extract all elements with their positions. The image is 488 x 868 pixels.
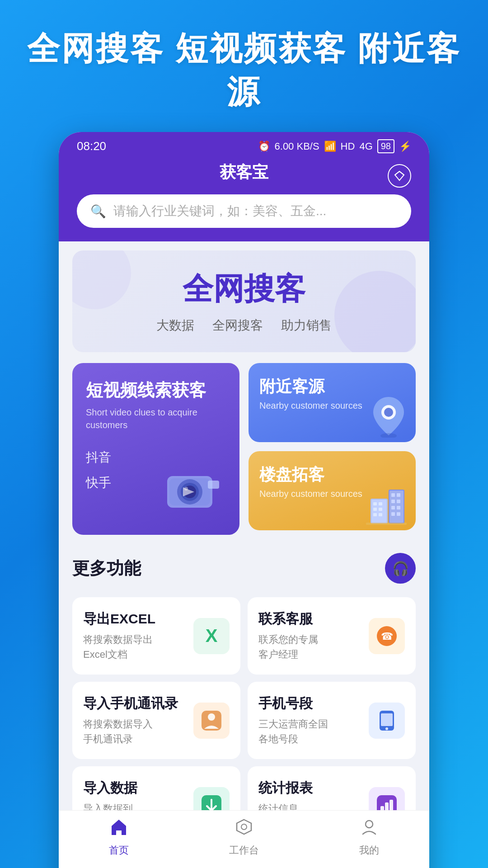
status-bar: 08:20 ⏰ 6.00 KB/S 📶 HD 4G 98 ⚡: [59, 132, 429, 157]
svg-rect-15: [391, 500, 395, 503]
svg-rect-23: [373, 502, 377, 505]
banner-title: 全网搜客: [183, 269, 305, 310]
svg-rect-14: [397, 493, 400, 497]
func-desc-contacts: 将搜索数据导入手机通讯录: [83, 717, 178, 746]
svg-rect-13: [391, 493, 395, 497]
func-card-excel[interactable]: 导出EXCEL 将搜索数据导出Excel文档 X: [72, 597, 240, 675]
feature-grid: 短视频线索获客 Short video clues to acquire cus…: [72, 363, 416, 535]
svg-rect-28: [379, 513, 382, 516]
nav-workspace-label: 工作台: [229, 844, 259, 857]
charging-icon: ⚡: [399, 141, 411, 152]
banner-sub2: 全网搜客: [212, 317, 263, 334]
more-functions-title: 更多功能: [72, 557, 141, 580]
banner-deco: [334, 271, 416, 352]
svg-point-36: [385, 727, 388, 730]
func-name-excel: 导出EXCEL: [83, 610, 155, 628]
func-desc-excel: 将搜索数据导出Excel文档: [83, 632, 155, 662]
func-text-contacts: 导入手机通讯录 将搜索数据导入手机通讯录: [83, 694, 178, 746]
main-content: 全网搜客 大数据 全网搜客 助力销售 短视频线索获客 Short video c…: [59, 241, 429, 868]
hd-badge: HD: [341, 141, 355, 152]
workspace-icon: [235, 818, 253, 840]
more-functions-header: 更多功能 🎧: [72, 548, 416, 588]
svg-rect-26: [379, 508, 382, 511]
service-icon: ☎: [369, 618, 405, 654]
card-right-col: 附近客源 Nearby customer sources: [249, 363, 416, 535]
nav-profile[interactable]: 我的: [359, 818, 379, 857]
svg-rect-25: [373, 508, 377, 511]
wifi-icon: 📶: [324, 141, 336, 152]
func-name-phone-seg: 手机号段: [258, 694, 328, 713]
bottom-nav: 首页 工作台 我的: [59, 810, 429, 868]
hero-text: 全网搜客 短视频获客 附近客源: [0, 0, 488, 132]
func-name-stats: 统计报表: [258, 779, 313, 797]
card-property[interactable]: 楼盘拓客 Nearby customer sources: [249, 451, 416, 530]
search-input[interactable]: 请输入行业关键词，如：美容、五金...: [113, 203, 326, 220]
battery-indicator: 98: [377, 139, 394, 153]
phone-segment-icon: [369, 703, 405, 739]
card-nearby[interactable]: 附近客源 Nearby customer sources: [249, 363, 416, 442]
camera-3d-icon: [158, 458, 230, 521]
banner-sub1: 大数据: [156, 317, 194, 334]
svg-marker-55: [237, 820, 251, 834]
svg-rect-19: [391, 512, 395, 516]
card-video-en: Short video clues to acquire customers: [86, 406, 226, 431]
nav-profile-label: 我的: [359, 844, 379, 857]
search-area: 🔍 请输入行业关键词，如：美容、五金...: [59, 194, 429, 241]
nav-workspace[interactable]: 工作台: [229, 818, 259, 857]
svg-point-9: [384, 408, 393, 417]
diamond-icon[interactable]: [388, 164, 411, 188]
contacts-icon: [193, 703, 230, 739]
svg-rect-6: [208, 481, 219, 489]
svg-rect-24: [379, 502, 382, 505]
nav-home[interactable]: 首页: [109, 818, 129, 857]
phone-shell: 08:20 ⏰ 6.00 KB/S 📶 HD 4G 98 ⚡ 获客宝 🔍 请输入…: [59, 132, 429, 868]
func-name-service: 联系客服: [258, 610, 318, 628]
func-text-service: 联系客服 联系您的专属客户经理: [258, 610, 318, 662]
status-icons: ⏰ 6.00 KB/S 📶 HD 4G 98 ⚡: [258, 139, 411, 153]
svg-text:☎: ☎: [381, 631, 393, 642]
func-card-service[interactable]: 联系客服 联系您的专属客户经理 ☎: [248, 597, 416, 675]
func-name-contacts: 导入手机通讯录: [83, 694, 178, 713]
banner-subtitle: 大数据 全网搜客 助力销售: [156, 317, 332, 334]
home-icon: [110, 818, 128, 840]
building-3d-icon: [361, 481, 411, 526]
func-text-excel: 导出EXCEL 将搜索数据导出Excel文档: [83, 610, 155, 662]
svg-rect-29: [366, 523, 407, 525]
nav-home-label: 首页: [109, 844, 129, 857]
svg-point-57: [366, 821, 373, 828]
banner-deco2: [72, 250, 131, 309]
signal-icon: 4G: [359, 141, 372, 152]
profile-icon: [360, 818, 378, 840]
banner-sub3: 助力销售: [281, 317, 332, 334]
card-video-title: 短视频线索获客: [86, 379, 226, 401]
card-video[interactable]: 短视频线索获客 Short video clues to acquire cus…: [72, 363, 239, 535]
excel-icon: X: [193, 618, 230, 654]
search-bar[interactable]: 🔍 请输入行业关键词，如：美容、五金...: [77, 194, 411, 228]
svg-point-56: [241, 824, 247, 830]
alarm-icon: ⏰: [258, 141, 270, 152]
svg-rect-18: [397, 506, 400, 509]
func-desc-phone-seg: 三大运营商全国各地号段: [258, 717, 328, 746]
search-icon: 🔍: [90, 204, 106, 219]
app-title: 获客宝: [220, 161, 268, 184]
func-card-phone-seg[interactable]: 手机号段 三大运营商全国各地号段: [248, 682, 416, 759]
func-name-import: 导入数据: [83, 779, 137, 797]
svg-point-10: [380, 433, 397, 438]
func-text-phone-seg: 手机号段 三大运营商全国各地号段: [258, 694, 328, 746]
svg-rect-16: [397, 500, 400, 503]
status-time: 08:20: [77, 139, 106, 153]
svg-rect-35: [381, 713, 393, 726]
location-3d-icon: [366, 392, 411, 438]
func-desc-service: 联系您的专属客户经理: [258, 632, 318, 662]
func-card-contacts[interactable]: 导入手机通讯录 将搜索数据导入手机通讯录: [72, 682, 240, 759]
banner-card[interactable]: 全网搜客 大数据 全网搜客 助力销售: [72, 250, 416, 352]
app-header: 获客宝: [59, 157, 429, 194]
svg-rect-17: [391, 506, 395, 509]
svg-rect-20: [397, 512, 400, 516]
svg-rect-27: [373, 513, 377, 516]
kb-speed: 6.00 KB/S: [275, 141, 319, 152]
headset-button[interactable]: 🎧: [385, 553, 416, 584]
svg-point-33: [208, 713, 215, 721]
